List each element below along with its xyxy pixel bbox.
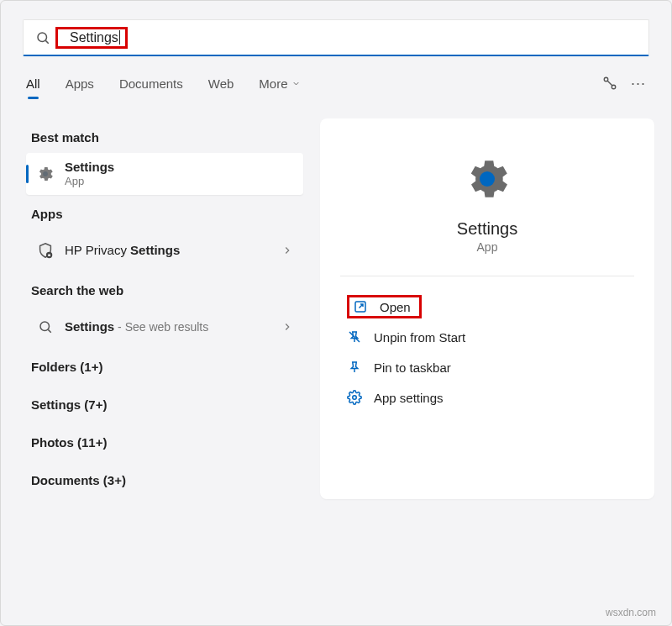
tab-more[interactable]: More bbox=[259, 76, 300, 91]
chevron-right-icon bbox=[281, 321, 293, 333]
category-photos[interactable]: Photos (11+) bbox=[26, 423, 303, 461]
gear-icon bbox=[36, 165, 55, 183]
preview-subtitle: App bbox=[340, 240, 634, 254]
result-web-settings[interactable]: Settings - See web results bbox=[26, 306, 303, 348]
tab-documents[interactable]: Documents bbox=[119, 76, 183, 91]
tab-web[interactable]: Web bbox=[208, 76, 234, 91]
chevron-down-icon bbox=[291, 79, 301, 88]
action-app-settings[interactable]: App settings bbox=[340, 382, 634, 413]
search-input-container[interactable]: Settings bbox=[23, 19, 649, 56]
search-filter-tabs: All Apps Documents Web More ··· bbox=[1, 65, 671, 102]
preview-panel: Settings App Open Unpin from Start Pin t… bbox=[320, 118, 654, 499]
svg-point-0 bbox=[38, 33, 47, 42]
svg-line-8 bbox=[48, 329, 50, 332]
action-label: Pin to taskbar bbox=[374, 360, 451, 375]
action-pin-to-taskbar[interactable]: Pin to taskbar bbox=[340, 352, 634, 382]
section-best-match: Best match bbox=[26, 118, 303, 153]
gear-icon bbox=[347, 390, 362, 405]
shield-lock-icon bbox=[36, 241, 55, 260]
result-best-match-settings[interactable]: Settings App bbox=[26, 153, 303, 195]
section-apps: Apps bbox=[26, 195, 303, 229]
action-unpin-from-start[interactable]: Unpin from Start bbox=[340, 322, 634, 352]
search-icon bbox=[35, 30, 50, 45]
tab-more-label: More bbox=[259, 76, 287, 91]
action-label: Open bbox=[380, 300, 411, 314]
category-documents[interactable]: Documents (3+) bbox=[26, 461, 303, 499]
svg-rect-6 bbox=[48, 255, 50, 256]
chevron-right-icon bbox=[281, 245, 293, 256]
results-column: Best match Settings App Apps HP Privacy … bbox=[26, 118, 303, 499]
pin-icon bbox=[347, 360, 362, 375]
more-options-icon[interactable]: ··· bbox=[631, 75, 646, 92]
svg-point-7 bbox=[40, 322, 50, 331]
result-title: Settings bbox=[65, 160, 293, 175]
watermark: wsxdn.com bbox=[606, 607, 656, 618]
action-open[interactable]: Open bbox=[340, 292, 634, 322]
result-title: HP Privacy Settings bbox=[65, 243, 180, 257]
action-label: Unpin from Start bbox=[374, 330, 465, 345]
search-icon bbox=[36, 318, 55, 336]
result-title: Settings - See web results bbox=[65, 319, 208, 334]
gear-icon bbox=[462, 154, 512, 204]
search-input-value: Settings bbox=[70, 30, 120, 45]
category-folders[interactable]: Folders (1+) bbox=[26, 348, 303, 386]
svg-point-14 bbox=[353, 396, 357, 400]
preview-title: Settings bbox=[340, 219, 634, 239]
section-search-web: Search the web bbox=[26, 271, 303, 306]
result-subtitle: App bbox=[65, 175, 293, 188]
search-highlight-annotation: Settings bbox=[55, 27, 128, 49]
action-label: App settings bbox=[374, 391, 444, 405]
share-flow-icon[interactable] bbox=[602, 76, 617, 91]
result-hp-privacy-settings[interactable]: HP Privacy Settings bbox=[26, 229, 303, 271]
tab-all[interactable]: All bbox=[26, 76, 40, 91]
open-highlight-annotation: Open bbox=[347, 295, 422, 318]
preview-actions: Open Unpin from Start Pin to taskbar App… bbox=[340, 292, 634, 413]
open-external-icon bbox=[353, 299, 368, 314]
divider bbox=[340, 276, 634, 276]
unpin-icon bbox=[347, 329, 362, 345]
tab-apps[interactable]: Apps bbox=[66, 76, 94, 91]
category-settings[interactable]: Settings (7+) bbox=[26, 386, 303, 423]
svg-line-1 bbox=[45, 40, 48, 43]
svg-point-9 bbox=[480, 171, 495, 187]
